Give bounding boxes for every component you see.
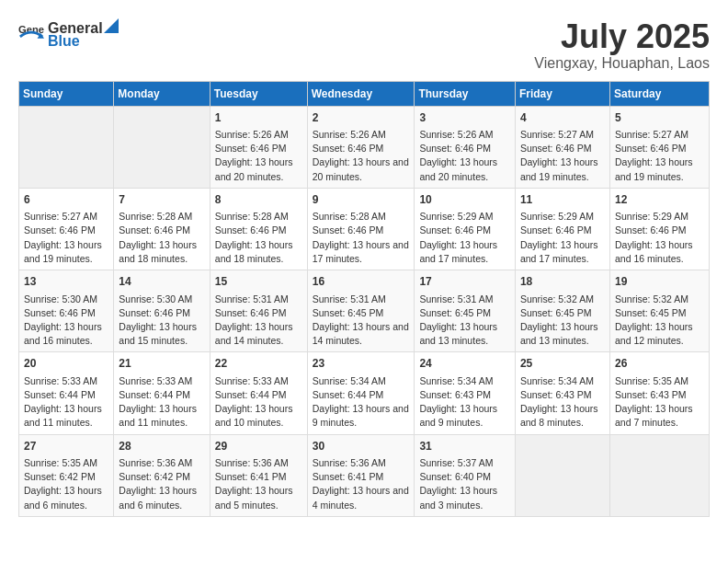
weekday-header-wednesday: Wednesday (307, 81, 415, 106)
sunrise-time: Sunrise: 5:36 AM (313, 457, 386, 468)
calendar-cell (114, 106, 210, 188)
day-number: 12 (615, 192, 704, 208)
sunset-time: Sunset: 6:44 PM (24, 389, 96, 400)
sunset-time: Sunset: 6:46 PM (215, 143, 287, 154)
sunrise-time: Sunrise: 5:33 AM (24, 375, 97, 386)
sunset-time: Sunset: 6:45 PM (313, 307, 384, 318)
logo-triangle-icon (104, 18, 119, 33)
sunset-time: Sunset: 6:40 PM (419, 471, 491, 482)
daylight-hours: Daylight: 13 hours and 11 minutes. (24, 403, 102, 428)
day-number: 4 (520, 110, 605, 126)
sunrise-time: Sunrise: 5:29 AM (520, 211, 594, 222)
sunset-time: Sunset: 6:46 PM (615, 224, 687, 236)
calendar-cell: 10Sunrise: 5:29 AMSunset: 6:46 PMDayligh… (415, 188, 516, 270)
day-number: 29 (215, 439, 302, 454)
weekday-header-tuesday: Tuesday (210, 81, 307, 106)
sunrise-time: Sunrise: 5:32 AM (615, 293, 688, 304)
weekday-header-thursday: Thursday (415, 81, 516, 106)
day-number: 26 (615, 356, 704, 372)
daylight-hours: Daylight: 13 hours and 4 minutes. (313, 485, 409, 510)
day-number: 17 (419, 274, 510, 290)
calendar-cell: 27Sunrise: 5:35 AMSunset: 6:42 PMDayligh… (19, 434, 114, 516)
calendar-cell: 29Sunrise: 5:36 AMSunset: 6:41 PMDayligh… (210, 434, 307, 516)
daylight-hours: Daylight: 13 hours and 20 minutes. (215, 156, 293, 181)
daylight-hours: Daylight: 13 hours and 16 minutes. (24, 321, 102, 346)
calendar-cell: 19Sunrise: 5:32 AMSunset: 6:45 PMDayligh… (609, 270, 709, 352)
sunset-time: Sunset: 6:46 PM (119, 224, 190, 236)
sunset-time: Sunset: 6:42 PM (24, 471, 96, 482)
day-number: 6 (24, 192, 108, 208)
daylight-hours: Daylight: 13 hours and 18 minutes. (215, 239, 293, 264)
calendar-cell: 20Sunrise: 5:33 AMSunset: 6:44 PMDayligh… (19, 352, 114, 434)
daylight-hours: Daylight: 13 hours and 7 minutes. (615, 403, 693, 428)
calendar-cell: 15Sunrise: 5:31 AMSunset: 6:46 PMDayligh… (210, 270, 307, 352)
location-subtitle: Viengxay, Houaphan, Laos (534, 55, 710, 72)
daylight-hours: Daylight: 13 hours and 13 minutes. (419, 321, 497, 346)
sunrise-time: Sunrise: 5:35 AM (24, 457, 97, 468)
sunset-time: Sunset: 6:46 PM (24, 224, 96, 236)
day-number: 7 (119, 192, 204, 208)
day-number: 13 (24, 274, 108, 290)
daylight-hours: Daylight: 13 hours and 9 minutes. (419, 403, 497, 428)
sunrise-time: Sunrise: 5:31 AM (419, 293, 493, 304)
daylight-hours: Daylight: 13 hours and 12 minutes. (615, 321, 693, 346)
daylight-hours: Daylight: 13 hours and 14 minutes. (215, 321, 293, 346)
calendar-cell: 7Sunrise: 5:28 AMSunset: 6:46 PMDaylight… (114, 188, 210, 270)
calendar-week-row: 6Sunrise: 5:27 AMSunset: 6:46 PMDaylight… (19, 188, 710, 270)
svg-marker-2 (104, 18, 119, 33)
daylight-hours: Daylight: 13 hours and 15 minutes. (119, 321, 197, 346)
sunset-time: Sunset: 6:46 PM (419, 143, 491, 154)
daylight-hours: Daylight: 13 hours and 5 minutes. (215, 485, 293, 510)
daylight-hours: Daylight: 13 hours and 18 minutes. (119, 239, 197, 264)
weekday-header-saturday: Saturday (609, 81, 709, 106)
day-number: 28 (119, 439, 204, 454)
daylight-hours: Daylight: 13 hours and 13 minutes. (520, 321, 598, 346)
weekday-header-row: SundayMondayTuesdayWednesdayThursdayFrid… (19, 81, 710, 106)
daylight-hours: Daylight: 13 hours and 19 minutes. (520, 156, 598, 181)
calendar-cell: 25Sunrise: 5:34 AMSunset: 6:43 PMDayligh… (515, 352, 609, 434)
day-number: 8 (215, 192, 302, 208)
day-number: 15 (215, 274, 302, 290)
calendar-table: SundayMondayTuesdayWednesdayThursdayFrid… (18, 81, 710, 517)
calendar-cell: 18Sunrise: 5:32 AMSunset: 6:45 PMDayligh… (515, 270, 609, 352)
sunrise-time: Sunrise: 5:29 AM (615, 211, 688, 222)
day-number: 20 (24, 356, 108, 372)
sunset-time: Sunset: 6:44 PM (119, 389, 190, 400)
day-number: 1 (215, 110, 302, 126)
sunset-time: Sunset: 6:46 PM (615, 143, 687, 154)
daylight-hours: Daylight: 13 hours and 19 minutes. (24, 239, 102, 264)
daylight-hours: Daylight: 13 hours and 16 minutes. (615, 239, 693, 264)
sunrise-time: Sunrise: 5:27 AM (520, 129, 594, 140)
day-number: 30 (313, 439, 410, 454)
day-number: 3 (419, 110, 510, 126)
sunrise-time: Sunrise: 5:28 AM (119, 211, 192, 222)
daylight-hours: Daylight: 13 hours and 6 minutes. (119, 485, 197, 510)
daylight-hours: Daylight: 13 hours and 3 minutes. (419, 485, 497, 510)
calendar-cell: 28Sunrise: 5:36 AMSunset: 6:42 PMDayligh… (114, 434, 210, 516)
page-header: General General Blue July 2025 Viengxay,… (18, 18, 710, 72)
sunrise-time: Sunrise: 5:33 AM (215, 375, 289, 386)
sunset-time: Sunset: 6:42 PM (119, 471, 190, 482)
daylight-hours: Daylight: 13 hours and 17 minutes. (520, 239, 598, 264)
logo-icon: General (18, 21, 44, 47)
sunrise-time: Sunrise: 5:33 AM (119, 375, 192, 386)
sunset-time: Sunset: 6:43 PM (615, 389, 687, 400)
daylight-hours: Daylight: 13 hours and 14 minutes. (313, 321, 409, 346)
day-number: 27 (24, 439, 108, 454)
calendar-week-row: 27Sunrise: 5:35 AMSunset: 6:42 PMDayligh… (19, 434, 710, 516)
calendar-cell: 30Sunrise: 5:36 AMSunset: 6:41 PMDayligh… (307, 434, 415, 516)
day-number: 24 (419, 356, 510, 372)
weekday-header-sunday: Sunday (19, 81, 114, 106)
calendar-cell: 17Sunrise: 5:31 AMSunset: 6:45 PMDayligh… (415, 270, 516, 352)
calendar-cell: 8Sunrise: 5:28 AMSunset: 6:46 PMDaylight… (210, 188, 307, 270)
calendar-cell: 23Sunrise: 5:34 AMSunset: 6:44 PMDayligh… (307, 352, 415, 434)
sunset-time: Sunset: 6:46 PM (520, 224, 592, 236)
calendar-cell: 12Sunrise: 5:29 AMSunset: 6:46 PMDayligh… (609, 188, 709, 270)
sunset-time: Sunset: 6:46 PM (215, 224, 287, 236)
calendar-cell: 2Sunrise: 5:26 AMSunset: 6:46 PMDaylight… (307, 106, 415, 188)
day-number: 31 (419, 439, 510, 454)
calendar-cell: 22Sunrise: 5:33 AMSunset: 6:44 PMDayligh… (210, 352, 307, 434)
day-number: 14 (119, 274, 204, 290)
sunrise-time: Sunrise: 5:26 AM (313, 129, 386, 140)
calendar-cell (19, 106, 114, 188)
